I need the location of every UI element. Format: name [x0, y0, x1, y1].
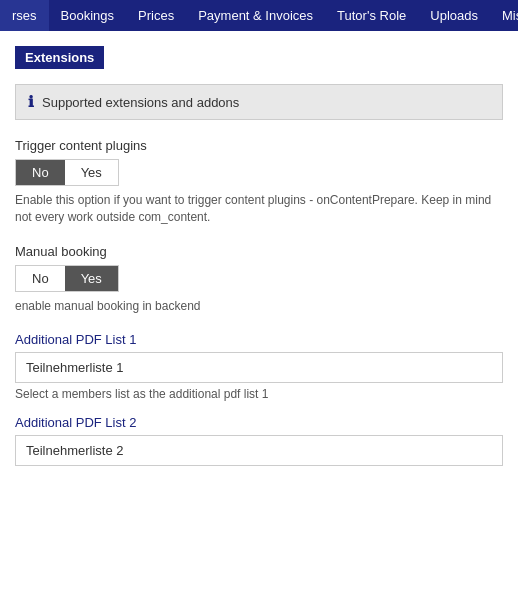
trigger-plugins-no-btn[interactable]: No: [16, 160, 65, 185]
info-bar: ℹ Supported extensions and addons: [15, 84, 503, 120]
pdf-list-1-input[interactable]: [15, 352, 503, 383]
trigger-plugins-desc: Enable this option if you want to trigge…: [15, 192, 503, 226]
trigger-plugins-section: Trigger content plugins No Yes Enable th…: [15, 138, 503, 226]
manual-booking-label: Manual booking: [15, 244, 503, 259]
pdf-list-1-desc: Select a members list as the additional …: [15, 387, 503, 401]
nav-item-bookings[interactable]: Bookings: [49, 0, 126, 31]
nav-item-misc[interactable]: Misc.: [490, 0, 518, 31]
info-icon: ℹ: [28, 93, 34, 111]
manual-booking-no-btn[interactable]: No: [16, 266, 65, 291]
pdf-list-1-section: Additional PDF List 1 Select a members l…: [15, 332, 503, 401]
manual-booking-desc: enable manual booking in backend: [15, 298, 503, 315]
pdf-list-1-label: Additional PDF List 1: [15, 332, 503, 347]
nav-item-payment[interactable]: Payment & Invoices: [186, 0, 325, 31]
info-bar-text: Supported extensions and addons: [42, 95, 239, 110]
nav-item-courses[interactable]: rses: [0, 0, 49, 31]
pdf-list-2-section: Additional PDF List 2: [15, 415, 503, 466]
navigation-bar: rses Bookings Prices Payment & Invoices …: [0, 0, 518, 31]
nav-item-uploads[interactable]: Uploads: [418, 0, 490, 31]
nav-item-prices[interactable]: Prices: [126, 0, 186, 31]
manual-booking-yes-btn[interactable]: Yes: [65, 266, 118, 291]
trigger-plugins-toggle: No Yes: [15, 159, 119, 186]
trigger-plugins-yes-btn[interactable]: Yes: [65, 160, 118, 185]
pdf-list-2-input[interactable]: [15, 435, 503, 466]
manual-booking-toggle: No Yes: [15, 265, 119, 292]
section-badge: Extensions: [15, 46, 104, 69]
manual-booking-section: Manual booking No Yes enable manual book…: [15, 244, 503, 315]
main-content: Extensions ℹ Supported extensions and ad…: [0, 31, 518, 490]
trigger-plugins-label: Trigger content plugins: [15, 138, 503, 153]
pdf-list-2-label: Additional PDF List 2: [15, 415, 503, 430]
nav-item-tutors-role[interactable]: Tutor's Role: [325, 0, 418, 31]
